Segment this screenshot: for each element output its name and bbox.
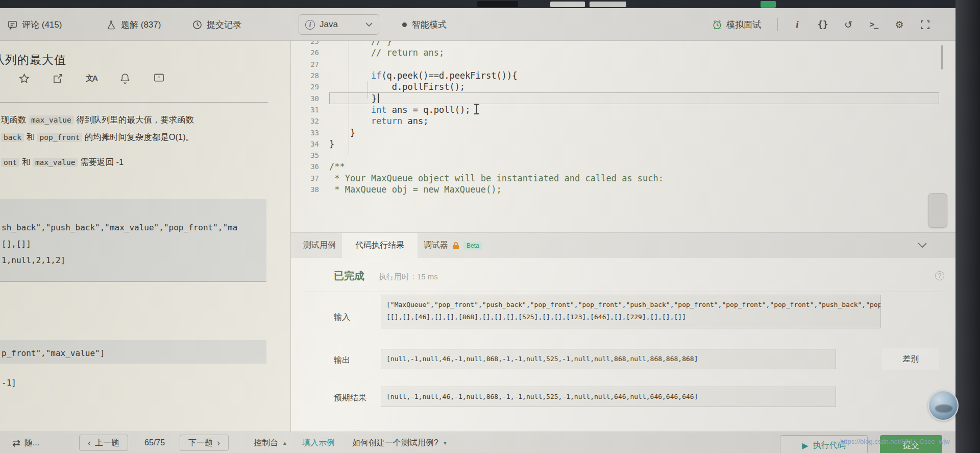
tab-run-result[interactable]: 代码执行结果 xyxy=(342,233,418,258)
code-line[interactable]: 26 // return ans; xyxy=(291,47,955,58)
code-line[interactable]: 31 int ans = q.poll(); xyxy=(291,104,955,115)
question-counter: 65/75 xyxy=(144,432,165,453)
code-line[interactable]: 28 if(q.peek()==d.peekFirst()){ xyxy=(291,70,955,81)
flask-icon xyxy=(106,19,116,30)
expected-label: 预期结果 xyxy=(334,393,366,403)
help-icon[interactable]: ? xyxy=(935,271,944,280)
code-text: } xyxy=(329,138,955,150)
input-line-2: [[],[],[46],[],[],[868],[],[],[],[525],[… xyxy=(386,311,875,323)
feedback-icon[interactable] xyxy=(153,73,164,84)
status-badge: 已完成 xyxy=(334,269,364,283)
toolbar-divider xyxy=(777,18,778,31)
reset-icon[interactable]: ↺ xyxy=(842,17,854,32)
code-text: } xyxy=(329,92,939,104)
input-line-1: ["MaxQueue","pop_front","push_back","pop… xyxy=(386,299,875,311)
fullscreen-icon[interactable] xyxy=(919,17,931,32)
next-question-button[interactable]: 下一题 › xyxy=(180,435,229,451)
expected-value-box[interactable]: [null,-1,null,46,-1,null,868,-1,-1,null,… xyxy=(381,387,836,407)
mode-label: 智能模式 xyxy=(412,19,447,31)
line-number: 26 xyxy=(291,49,329,57)
line-number: 37 xyxy=(291,174,329,182)
output-value: [null,-1,null,46,-1,null,868,-1,-1,null,… xyxy=(386,353,830,365)
comments-tab[interactable]: 评论 (415) xyxy=(7,8,62,41)
code-text: d.pollFirst(); xyxy=(329,81,955,92)
divider xyxy=(0,102,268,103)
code-line[interactable]: 36/** xyxy=(291,161,955,172)
prev-question-button[interactable]: ‹ 上一题 xyxy=(79,435,128,451)
play-icon: ▶ xyxy=(802,441,808,450)
code-text xyxy=(329,150,955,161)
smart-mode-toggle[interactable]: 智能模式 xyxy=(402,8,447,41)
code-line[interactable]: 29 d.pollFirst(); xyxy=(291,81,955,92)
random-question-button[interactable]: ⇄ 随... xyxy=(12,432,39,453)
runtime-text: 执行用时：15 ms xyxy=(379,272,438,282)
fill-example-link[interactable]: 填入示例 xyxy=(302,432,335,453)
description-text: 和 xyxy=(24,132,37,141)
help-label: 如何创建一个测试用例? xyxy=(352,438,438,448)
description-text: 的均摊时间复杂度都是O(1)。 xyxy=(82,132,194,141)
diff-label: 差别 xyxy=(902,354,919,365)
top-button-blur-2 xyxy=(590,2,626,7)
line-number: 35 xyxy=(291,151,329,159)
tab-testcase[interactable]: 测试用例 xyxy=(297,233,342,258)
diff-link[interactable]: 差别 xyxy=(882,348,939,370)
description-text: 需要返回 -1 xyxy=(78,157,124,166)
mock-interview-button[interactable]: 模拟面试 xyxy=(712,19,761,31)
problem-description: 现函数 max_value 得到队列里的最大值，要求函数back 和 pop_f… xyxy=(1,111,277,179)
prev-label: 上一题 xyxy=(95,438,119,448)
code-line[interactable]: 34} xyxy=(291,138,955,150)
info-icon[interactable]: i xyxy=(791,17,803,32)
code-text: * MaxQueue obj = new MaxQueue(); xyxy=(329,184,955,195)
share-icon[interactable] xyxy=(52,73,63,84)
example-tail-text: -1] xyxy=(2,378,16,388)
code-editor[interactable]: 25 // }26 // return ans;2728 if(q.peek()… xyxy=(291,41,955,232)
code-line[interactable]: 30 } xyxy=(291,92,955,104)
chevron-down-icon xyxy=(365,22,373,27)
language-value: Java xyxy=(320,19,338,30)
translate-icon[interactable]: 文A xyxy=(86,73,97,84)
next-label: 下一题 xyxy=(188,438,213,448)
code-line[interactable]: 32 return ans; xyxy=(291,115,955,127)
angle-left-icon: ‹ xyxy=(88,438,91,448)
line-number: 34 xyxy=(291,140,329,148)
lock-icon xyxy=(452,242,459,250)
code-text: int ans = q.poll(); xyxy=(329,104,955,115)
description-text: 现函数 xyxy=(1,115,29,124)
language-select[interactable]: i Java xyxy=(299,14,379,35)
code-line[interactable]: 37 * Your MaxQueue object will be instan… xyxy=(291,173,955,184)
line-number: 36 xyxy=(291,162,329,171)
input-value-box[interactable]: ["MaxQueue","pop_front","push_back","pop… xyxy=(381,295,881,328)
code-line[interactable]: 25 // } xyxy=(291,41,955,47)
tab-testcase-label: 测试用例 xyxy=(303,240,336,251)
code-lines: 25 // }26 // return ans;2728 if(q.peek()… xyxy=(291,41,955,195)
submissions-tab[interactable]: 提交记录 xyxy=(192,8,241,41)
terminal-icon[interactable]: >_ xyxy=(868,17,880,32)
tab-debugger[interactable]: 调试器 Beta xyxy=(418,233,488,258)
code-line[interactable]: 35 xyxy=(291,150,955,161)
testcase-help-link[interactable]: 如何创建一个测试用例? ▼ xyxy=(352,432,448,453)
fill-example-label: 填入示例 xyxy=(302,438,335,448)
watermark-text: https://blog.csdn.net/HNU_Csee_wjw xyxy=(840,438,950,445)
inline-code-chip: max_value xyxy=(29,115,74,125)
tab-result-label: 代码执行结果 xyxy=(355,240,404,251)
example-line: sh_back","push_back","max_value","pop_fr… xyxy=(2,220,266,236)
code-line[interactable]: 33 } xyxy=(291,127,955,138)
solutions-tab[interactable]: 题解 (837) xyxy=(106,8,161,41)
example-line: 1,null,2,1,2] xyxy=(2,252,266,269)
console-toggle[interactable]: 控制台 ▲ xyxy=(254,432,287,453)
collapse-chevron-icon[interactable] xyxy=(918,243,927,248)
favorite-star-icon[interactable] xyxy=(18,73,30,84)
output-value-box[interactable]: [null,-1,null,46,-1,null,868,-1,-1,null,… xyxy=(381,349,836,369)
code-text: } xyxy=(329,127,955,138)
problem-panel: 队列的最大值 文A 现函数 max_value 得到队列里的最大值，要求函数ba… xyxy=(0,41,291,432)
bell-icon[interactable] xyxy=(119,73,131,84)
bottom-action-bar: ⇄ 随... ‹ 上一题 65/75 下一题 › 控制台 ▲ 填入示例 如何创建… xyxy=(0,432,980,453)
code-line[interactable]: 27 xyxy=(291,59,955,70)
input-label: 输入 xyxy=(334,312,350,323)
format-code-icon[interactable]: {} xyxy=(817,17,829,32)
code-line[interactable]: 38 * MaxQueue obj = new MaxQueue(); xyxy=(291,184,955,195)
editor-overlay-widget[interactable] xyxy=(928,193,947,228)
settings-gear-icon[interactable]: ⚙ xyxy=(893,17,905,32)
editor-scrollbar[interactable] xyxy=(941,45,943,69)
line-number: 29 xyxy=(291,83,329,91)
